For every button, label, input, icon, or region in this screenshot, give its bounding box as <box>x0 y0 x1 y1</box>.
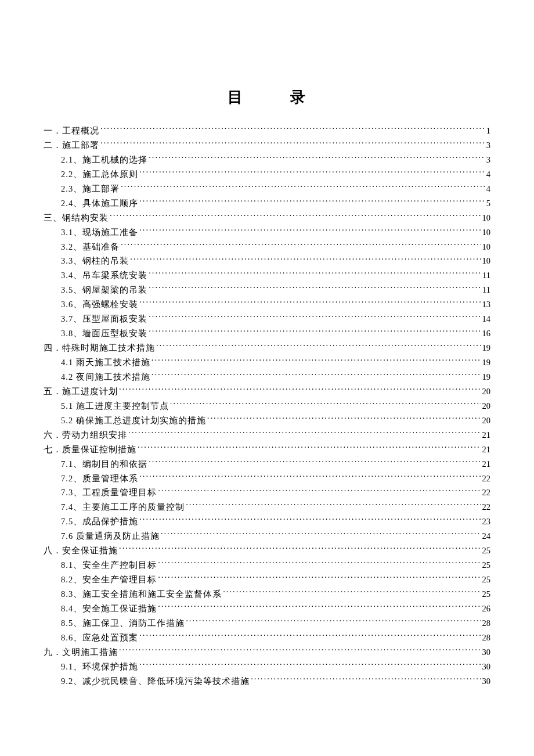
toc-entry: 5.1 施工进度主要控制节点 20 <box>44 399 490 413</box>
toc-dots <box>149 314 481 322</box>
toc-entry: 2.1、施工机械的选择3 <box>44 153 490 167</box>
toc-dots <box>139 516 481 525</box>
toc-entry-label: 8.3、施工安全措施和施工安全监督体系 <box>61 587 222 602</box>
toc-entry: 3.1、现场施工准备10 <box>44 225 490 240</box>
toc-entry-page: 30 <box>482 674 491 689</box>
toc-entry-label: 2.2、施工总体原则 <box>61 167 138 182</box>
toc-entry: 7.3、工程质量管理目标22 <box>44 485 490 500</box>
toc-dots <box>161 531 481 539</box>
toc-entry-label: 4.1 雨天施工技术措施 <box>61 355 150 370</box>
toc-entry-label: 五．施工进度计划 <box>44 384 118 399</box>
toc-dots <box>138 444 481 452</box>
toc-entry-label: 3.1、现场施工准备 <box>61 225 138 240</box>
table-of-contents: 一．工程概况1二．施工部署32.1、施工机械的选择32.2、施工总体原则42.3… <box>44 124 490 689</box>
toc-entry-label: 7.4、主要施工工序的质量控制 <box>61 500 185 514</box>
toc-entry-label: 8.4、安全施工保证措施 <box>61 602 157 616</box>
toc-dots <box>139 197 485 206</box>
toc-entry: 8.2、安全生产管理目标25 <box>44 573 490 587</box>
toc-entry-label: 九．文明施工措施 <box>44 645 118 660</box>
toc-entry-page: 10 <box>482 225 491 240</box>
toc-dots <box>121 183 485 192</box>
toc-entry-label: 7.5、成品保护措施 <box>61 514 138 529</box>
toc-entry: 8.3、施工安全措施和施工安全监督体系25 <box>44 587 490 602</box>
toc-dots <box>186 617 481 626</box>
toc-entry: 2.4、具体施工顺序5 <box>44 196 490 211</box>
toc-entry: 8.6、应急处置预案28 <box>44 631 490 645</box>
toc-entry-label: 3.3、钢柱的吊装 <box>61 254 129 268</box>
toc-entry: 8.1、安全生产控制目标25 <box>44 558 490 573</box>
toc-entry: 2.2、施工总体原则4 <box>44 167 490 182</box>
toc-entry: 3.8、墙面压型板安装16 <box>44 326 490 341</box>
toc-entry-page: 4 <box>486 182 490 196</box>
toc-entry-page: 19 <box>482 355 491 370</box>
toc-entry-label: 2.4、具体施工顺序 <box>61 196 138 211</box>
title-right: 录 <box>290 89 306 106</box>
toc-entry-page: 21 <box>482 442 491 457</box>
toc-entry: 3.6、高强螺栓安装13 <box>44 297 490 312</box>
toc-entry: 一．工程概况1 <box>44 124 490 138</box>
toc-entry-page: 14 <box>482 312 491 326</box>
toc-entry-page: 21 <box>482 428 491 442</box>
toc-entry-label: 3.5、钢屋架梁的吊装 <box>61 283 147 297</box>
toc-entry-page: 16 <box>482 326 491 341</box>
toc-entry-label: 3.2、基础准备 <box>61 240 120 254</box>
toc-entry: 3.5、钢屋架梁的吊装11 <box>44 283 490 297</box>
toc-entry: 3.7、压型屋面板安装14 <box>44 312 490 326</box>
toc-dots <box>119 646 481 655</box>
toc-entry-label: 7.2、质量管理体系 <box>61 471 138 486</box>
toc-entry-label: 2.1、施工机械的选择 <box>61 153 147 167</box>
toc-entry: 3.4、吊车梁系统安装11 <box>44 268 490 283</box>
toc-entry-label: 5.1 施工进度主要控制节点 <box>61 399 169 413</box>
toc-entry: 9.2、减少扰民噪音、降低环境污染等技术措施30 <box>44 674 490 689</box>
toc-entry: 四．特殊时期施工技术措施19 <box>44 341 490 355</box>
toc-entry-label: 7.6 质量通病及防止措施 <box>61 529 160 543</box>
toc-dots <box>130 255 481 264</box>
toc-entry: 4.2 夜间施工技术措施 19 <box>44 370 490 384</box>
toc-dots <box>186 502 481 510</box>
toc-dots <box>139 299 481 308</box>
toc-dots <box>139 226 481 235</box>
toc-dots <box>207 415 481 423</box>
toc-entry-page: 4 <box>486 167 490 182</box>
toc-entry: 九．文明施工措施30 <box>44 645 490 660</box>
toc-dots <box>119 545 481 554</box>
toc-entry: 7.6 质量通病及防止措施 24 <box>44 529 490 543</box>
toc-entry-page: 20 <box>482 384 491 399</box>
toc-entry-label: 5.2 确保施工总进度计划实施的措施 <box>61 413 206 428</box>
toc-entry-label: 二．施工部署 <box>44 138 99 153</box>
toc-entry-label: 三、钢结构安装 <box>44 211 109 225</box>
toc-entry-page: 20 <box>482 413 491 428</box>
toc-entry-page: 10 <box>482 240 491 254</box>
toc-entry: 5.2 确保施工总进度计划实施的措施 20 <box>44 413 490 428</box>
toc-dots <box>151 371 481 380</box>
toc-entry: 三、钢结构安装10 <box>44 211 490 225</box>
toc-entry-page: 1 <box>486 124 490 138</box>
toc-entry-page: 25 <box>482 587 491 602</box>
toc-entry: 7.1、编制目的和依据21 <box>44 457 490 471</box>
toc-entry-page: 11 <box>482 283 490 297</box>
toc-entry-label: 8.6、应急处置预案 <box>61 631 138 645</box>
toc-entry-label: 8.5、施工保卫、消防工作措施 <box>61 616 185 631</box>
toc-entry-page: 3 <box>486 138 490 153</box>
toc-dots <box>139 661 481 669</box>
title-left: 目 <box>228 89 244 106</box>
toc-dots <box>170 400 481 409</box>
toc-entry: 七．质量保证控制措施21 <box>44 442 490 457</box>
toc-entry-page: 5 <box>486 196 490 211</box>
toc-entry-page: 19 <box>482 370 491 384</box>
toc-entry-label: 7.1、编制目的和依据 <box>61 457 147 471</box>
toc-entry-label: 2.3、施工部署 <box>61 182 120 196</box>
toc-entry-page: 30 <box>482 645 491 660</box>
toc-entry-page: 28 <box>482 631 491 645</box>
toc-dots <box>139 632 481 640</box>
toc-entry-label: 四．特殊时期施工技术措施 <box>44 341 155 355</box>
toc-dots <box>139 473 481 481</box>
toc-entry-page: 10 <box>482 254 491 268</box>
toc-entry-page: 22 <box>482 485 491 500</box>
toc-entry-label: 8.1、安全生产控制目标 <box>61 558 157 573</box>
toc-dots <box>158 560 481 568</box>
toc-entry: 7.5、成品保护措施23 <box>44 514 490 529</box>
toc-dots <box>121 241 481 250</box>
document-title: 目录 <box>44 87 490 107</box>
toc-dots <box>149 328 481 337</box>
